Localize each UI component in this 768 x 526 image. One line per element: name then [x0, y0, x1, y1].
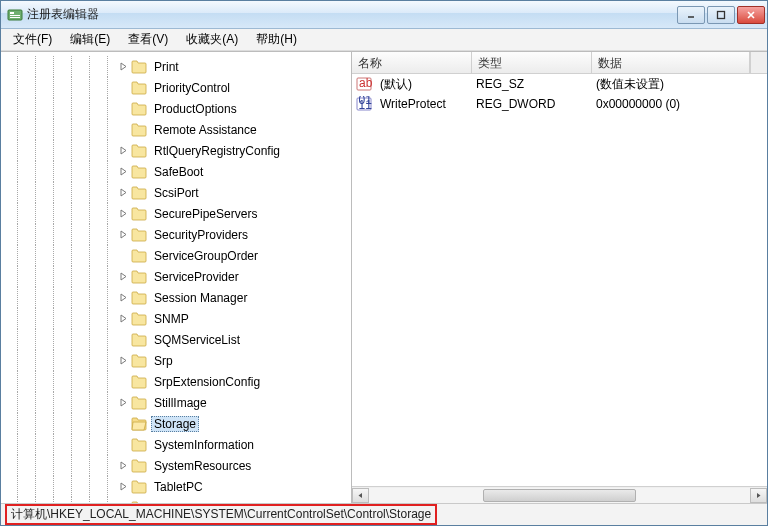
- values-list[interactable]: ab(默认)REG_SZ(数值未设置)011110WriteProtectREG…: [352, 74, 767, 486]
- svg-marker-19: [121, 462, 126, 469]
- tree-item[interactable]: Srp: [1, 350, 351, 371]
- expand-toggle-icon[interactable]: [117, 271, 129, 283]
- expand-toggle-icon[interactable]: [117, 208, 129, 220]
- minimize-button[interactable]: [677, 6, 705, 24]
- expand-toggle-icon[interactable]: [117, 355, 129, 367]
- expand-toggle-icon[interactable]: [117, 481, 129, 493]
- tree-item[interactable]: ScsiPort: [1, 182, 351, 203]
- tree-item[interactable]: Session Manager: [1, 287, 351, 308]
- menu-help[interactable]: 帮助(H): [248, 29, 305, 50]
- maximize-button[interactable]: [707, 6, 735, 24]
- tree-item-label: ServiceProvider: [151, 270, 242, 284]
- expand-toggle-icon[interactable]: [117, 292, 129, 304]
- tree-item-label: Terminal Server: [151, 501, 241, 504]
- svg-marker-13: [121, 231, 126, 238]
- svg-marker-11: [121, 189, 126, 196]
- tree-item-label: SystemResources: [151, 459, 254, 473]
- tree-item-label: SrpExtensionConfig: [151, 375, 263, 389]
- tree-item-label: StillImage: [151, 396, 210, 410]
- tree-item[interactable]: SQMServiceList: [1, 329, 351, 350]
- svg-marker-27: [359, 493, 363, 498]
- scroll-right-button[interactable]: [750, 488, 767, 503]
- expand-toggle-icon[interactable]: [117, 460, 129, 472]
- tree-item[interactable]: ServiceGroupOrder: [1, 245, 351, 266]
- expand-toggle-icon[interactable]: [117, 145, 129, 157]
- tree-item[interactable]: Terminal Server: [1, 497, 351, 503]
- folder-icon: [131, 123, 147, 137]
- tree-item[interactable]: SecurityProviders: [1, 224, 351, 245]
- tree-item[interactable]: TabletPC: [1, 476, 351, 497]
- tree-pane[interactable]: PrintPriorityControlProductOptionsRemote…: [1, 52, 352, 503]
- tree-item[interactable]: SrpExtensionConfig: [1, 371, 351, 392]
- folder-icon: [131, 375, 147, 389]
- svg-marker-28: [757, 493, 761, 498]
- col-data[interactable]: 数据: [592, 52, 750, 73]
- tree-item-label: SQMServiceList: [151, 333, 243, 347]
- folder-icon: [131, 459, 147, 473]
- folder-icon: [131, 354, 147, 368]
- scroll-track[interactable]: [369, 488, 750, 503]
- svg-marker-10: [121, 168, 126, 175]
- tree-item[interactable]: Storage: [1, 413, 351, 434]
- value-type: REG_DWORD: [470, 96, 590, 112]
- svg-text:ab: ab: [359, 76, 372, 90]
- menu-edit[interactable]: 编辑(E): [62, 29, 118, 50]
- scroll-left-button[interactable]: [352, 488, 369, 503]
- close-button[interactable]: [737, 6, 765, 24]
- expand-toggle-icon[interactable]: [117, 187, 129, 199]
- value-row[interactable]: ab(默认)REG_SZ(数值未设置): [352, 74, 767, 94]
- titlebar[interactable]: 注册表编辑器: [1, 1, 767, 29]
- expand-toggle-icon[interactable]: [117, 61, 129, 73]
- tree-item[interactable]: ServiceProvider: [1, 266, 351, 287]
- tree-item[interactable]: SystemResources: [1, 455, 351, 476]
- folder-icon: [131, 249, 147, 263]
- menubar: 文件(F) 编辑(E) 查看(V) 收藏夹(A) 帮助(H): [1, 29, 767, 51]
- folder-icon: [131, 102, 147, 116]
- tree-item-label: PriorityControl: [151, 81, 233, 95]
- value-row[interactable]: 011110WriteProtectREG_DWORD0x00000000 (0…: [352, 94, 767, 114]
- col-name[interactable]: 名称: [352, 52, 472, 73]
- folder-icon: [131, 312, 147, 326]
- tree-item-label: SecurePipeServers: [151, 207, 260, 221]
- tree-item[interactable]: SNMP: [1, 308, 351, 329]
- tree-item[interactable]: SecurePipeServers: [1, 203, 351, 224]
- folder-icon: [131, 291, 147, 305]
- tree-item[interactable]: StillImage: [1, 392, 351, 413]
- registry-tree: PrintPriorityControlProductOptionsRemote…: [1, 52, 351, 503]
- menu-view[interactable]: 查看(V): [120, 29, 176, 50]
- col-type[interactable]: 类型: [472, 52, 592, 73]
- expand-toggle-icon[interactable]: [117, 313, 129, 325]
- folder-icon: [131, 438, 147, 452]
- folder-icon: [131, 81, 147, 95]
- svg-marker-16: [121, 315, 126, 322]
- binary-value-icon: 011110: [356, 96, 372, 112]
- folder-icon: [131, 207, 147, 221]
- svg-text:110: 110: [359, 98, 373, 112]
- value-data: (数值未设置): [590, 75, 767, 94]
- tree-item[interactable]: Remote Assistance: [1, 119, 351, 140]
- tree-item[interactable]: ProductOptions: [1, 98, 351, 119]
- tree-item-label: Print: [151, 60, 182, 74]
- folder-icon: [131, 501, 147, 504]
- folder-icon: [131, 228, 147, 242]
- folder-icon: [131, 396, 147, 410]
- folder-icon: [131, 165, 147, 179]
- string-value-icon: ab: [356, 76, 372, 92]
- tree-item[interactable]: SafeBoot: [1, 161, 351, 182]
- value-data: 0x00000000 (0): [590, 96, 767, 112]
- tree-item-label: ServiceGroupOrder: [151, 249, 261, 263]
- tree-item[interactable]: Print: [1, 56, 351, 77]
- expand-toggle-icon[interactable]: [117, 502, 129, 504]
- tree-item-label: SystemInformation: [151, 438, 257, 452]
- tree-item[interactable]: SystemInformation: [1, 434, 351, 455]
- tree-item[interactable]: PriorityControl: [1, 77, 351, 98]
- horizontal-scrollbar[interactable]: [352, 486, 767, 503]
- menu-favorites[interactable]: 收藏夹(A): [178, 29, 246, 50]
- expand-toggle-icon[interactable]: [117, 397, 129, 409]
- expand-toggle-icon[interactable]: [117, 229, 129, 241]
- menu-file[interactable]: 文件(F): [5, 29, 60, 50]
- scroll-thumb[interactable]: [483, 489, 635, 502]
- tree-item-label: ProductOptions: [151, 102, 240, 116]
- expand-toggle-icon[interactable]: [117, 166, 129, 178]
- tree-item[interactable]: RtlQueryRegistryConfig: [1, 140, 351, 161]
